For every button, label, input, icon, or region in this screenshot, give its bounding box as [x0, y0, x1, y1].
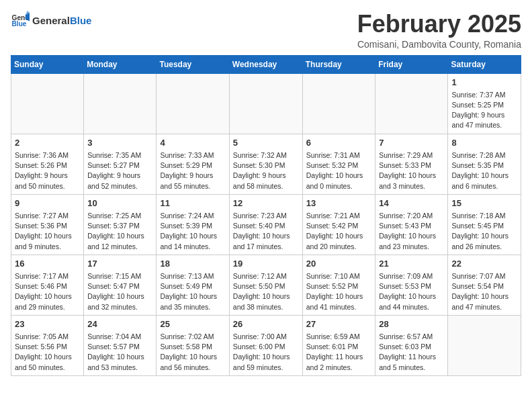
calendar-cell: 17Sunrise: 7:15 AM Sunset: 5:47 PM Dayli… — [84, 255, 157, 315]
weekday-header-wednesday: Wednesday — [229, 55, 302, 73]
calendar-cell: 26Sunrise: 7:00 AM Sunset: 6:00 PM Dayli… — [229, 315, 302, 375]
weekday-header-tuesday: Tuesday — [157, 55, 229, 73]
day-number: 8 — [451, 137, 517, 149]
calendar-cell: 22Sunrise: 7:07 AM Sunset: 5:54 PM Dayli… — [448, 255, 521, 315]
calendar-cell: 27Sunrise: 6:59 AM Sunset: 6:01 PM Dayli… — [302, 315, 375, 375]
day-info: Sunrise: 7:27 AM Sunset: 5:36 PM Dayligh… — [15, 211, 80, 252]
weekday-header-friday: Friday — [375, 55, 448, 73]
day-number: 21 — [379, 258, 444, 270]
day-number: 11 — [160, 197, 225, 210]
logo-general: General — [32, 15, 70, 26]
calendar-cell: 25Sunrise: 7:02 AM Sunset: 5:58 PM Dayli… — [157, 315, 229, 375]
day-number: 7 — [379, 137, 444, 149]
day-number: 22 — [451, 258, 517, 270]
week-row-1: 1Sunrise: 7:37 AM Sunset: 5:25 PM Daylig… — [11, 73, 521, 134]
calendar-cell: 21Sunrise: 7:09 AM Sunset: 5:53 PM Dayli… — [375, 255, 448, 315]
title-block: February 2025 Comisani, Dambovita County… — [357, 11, 521, 50]
month-title: February 2025 — [357, 11, 521, 38]
weekday-header-sunday: Sunday — [11, 55, 84, 73]
day-info: Sunrise: 7:12 AM Sunset: 5:50 PM Dayligh… — [233, 271, 299, 312]
day-info: Sunrise: 7:37 AM Sunset: 5:25 PM Dayligh… — [451, 90, 517, 131]
calendar-cell: 18Sunrise: 7:13 AM Sunset: 5:49 PM Dayli… — [157, 255, 229, 315]
day-info: Sunrise: 7:05 AM Sunset: 5:56 PM Dayligh… — [15, 332, 80, 373]
day-info: Sunrise: 7:24 AM Sunset: 5:39 PM Dayligh… — [160, 211, 225, 252]
day-info: Sunrise: 7:28 AM Sunset: 5:35 PM Dayligh… — [451, 150, 517, 191]
weekday-header-thursday: Thursday — [302, 55, 375, 73]
calendar-cell — [157, 73, 229, 134]
calendar-cell: 12Sunrise: 7:23 AM Sunset: 5:40 PM Dayli… — [229, 194, 302, 255]
calendar-cell: 2Sunrise: 7:36 AM Sunset: 5:26 PM Daylig… — [11, 134, 84, 194]
day-number: 2 — [15, 137, 80, 149]
logo: General Blue GeneralBlue — [11, 11, 91, 30]
week-row-3: 9Sunrise: 7:27 AM Sunset: 5:36 PM Daylig… — [11, 194, 521, 255]
week-row-2: 2Sunrise: 7:36 AM Sunset: 5:26 PM Daylig… — [11, 134, 521, 194]
calendar-cell: 16Sunrise: 7:17 AM Sunset: 5:46 PM Dayli… — [11, 255, 84, 315]
calendar-cell: 9Sunrise: 7:27 AM Sunset: 5:36 PM Daylig… — [11, 194, 84, 255]
weekday-header-monday: Monday — [84, 55, 157, 73]
calendar-cell: 20Sunrise: 7:10 AM Sunset: 5:52 PM Dayli… — [302, 255, 375, 315]
day-number: 24 — [87, 318, 152, 330]
day-number: 1 — [451, 77, 517, 89]
calendar-cell — [11, 73, 84, 134]
day-info: Sunrise: 7:33 AM Sunset: 5:29 PM Dayligh… — [160, 150, 225, 191]
day-number: 23 — [15, 318, 80, 330]
day-number: 16 — [15, 258, 80, 270]
day-info: Sunrise: 7:13 AM Sunset: 5:49 PM Dayligh… — [160, 271, 225, 312]
day-number: 15 — [451, 197, 517, 210]
day-info: Sunrise: 7:09 AM Sunset: 5:53 PM Dayligh… — [379, 271, 444, 312]
calendar-cell: 4Sunrise: 7:33 AM Sunset: 5:29 PM Daylig… — [157, 134, 229, 194]
day-info: Sunrise: 6:59 AM Sunset: 6:01 PM Dayligh… — [306, 332, 372, 373]
day-number: 3 — [87, 137, 152, 149]
day-number: 9 — [15, 197, 80, 210]
calendar-cell — [229, 73, 302, 134]
day-number: 19 — [233, 258, 299, 270]
day-number: 18 — [160, 258, 225, 270]
day-number: 14 — [379, 197, 444, 210]
calendar-cell — [84, 73, 157, 134]
calendar-cell: 3Sunrise: 7:35 AM Sunset: 5:27 PM Daylig… — [84, 134, 157, 194]
week-row-4: 16Sunrise: 7:17 AM Sunset: 5:46 PM Dayli… — [11, 255, 521, 315]
day-info: Sunrise: 7:35 AM Sunset: 5:27 PM Dayligh… — [87, 150, 152, 191]
calendar-cell — [302, 73, 375, 134]
weekday-header-row: SundayMondayTuesdayWednesdayThursdayFrid… — [11, 55, 521, 73]
calendar-cell: 10Sunrise: 7:25 AM Sunset: 5:37 PM Dayli… — [84, 194, 157, 255]
logo-blue: Blue — [70, 15, 92, 26]
calendar-cell: 11Sunrise: 7:24 AM Sunset: 5:39 PM Dayli… — [157, 194, 229, 255]
day-number: 6 — [306, 137, 372, 149]
calendar-cell: 15Sunrise: 7:18 AM Sunset: 5:45 PM Dayli… — [448, 194, 521, 255]
day-info: Sunrise: 7:31 AM Sunset: 5:32 PM Dayligh… — [306, 150, 372, 191]
day-number: 13 — [306, 197, 372, 210]
day-number: 26 — [233, 318, 299, 330]
day-info: Sunrise: 7:29 AM Sunset: 5:33 PM Dayligh… — [379, 150, 444, 191]
calendar-cell: 19Sunrise: 7:12 AM Sunset: 5:50 PM Dayli… — [229, 255, 302, 315]
day-info: Sunrise: 7:36 AM Sunset: 5:26 PM Dayligh… — [15, 150, 80, 191]
day-number: 12 — [233, 197, 299, 210]
calendar-cell: 13Sunrise: 7:21 AM Sunset: 5:42 PM Dayli… — [302, 194, 375, 255]
day-info: Sunrise: 7:17 AM Sunset: 5:46 PM Dayligh… — [15, 271, 80, 312]
weekday-header-saturday: Saturday — [448, 55, 521, 73]
day-info: Sunrise: 7:18 AM Sunset: 5:45 PM Dayligh… — [451, 211, 517, 252]
calendar-cell: 24Sunrise: 7:04 AM Sunset: 5:57 PM Dayli… — [84, 315, 157, 375]
calendar-cell: 1Sunrise: 7:37 AM Sunset: 5:25 PM Daylig… — [448, 73, 521, 134]
day-info: Sunrise: 7:32 AM Sunset: 5:30 PM Dayligh… — [233, 150, 299, 191]
day-info: Sunrise: 7:15 AM Sunset: 5:47 PM Dayligh… — [87, 271, 152, 312]
day-number: 17 — [87, 258, 152, 270]
day-number: 20 — [306, 258, 372, 270]
day-info: Sunrise: 7:02 AM Sunset: 5:58 PM Dayligh… — [160, 332, 225, 373]
page-header: General Blue GeneralBlue February 2025 C… — [11, 11, 521, 50]
calendar-cell: 14Sunrise: 7:20 AM Sunset: 5:43 PM Dayli… — [375, 194, 448, 255]
calendar-cell: 8Sunrise: 7:28 AM Sunset: 5:35 PM Daylig… — [448, 134, 521, 194]
calendar-cell — [375, 73, 448, 134]
svg-text:Blue: Blue — [12, 20, 27, 28]
day-number: 4 — [160, 137, 225, 149]
day-number: 25 — [160, 318, 225, 330]
day-info: Sunrise: 7:00 AM Sunset: 6:00 PM Dayligh… — [233, 332, 299, 373]
logo-icon: General Blue — [11, 11, 30, 30]
day-info: Sunrise: 7:20 AM Sunset: 5:43 PM Dayligh… — [379, 211, 444, 252]
calendar-cell: 5Sunrise: 7:32 AM Sunset: 5:30 PM Daylig… — [229, 134, 302, 194]
day-info: Sunrise: 7:07 AM Sunset: 5:54 PM Dayligh… — [451, 271, 517, 312]
day-number: 27 — [306, 318, 372, 330]
day-info: Sunrise: 7:21 AM Sunset: 5:42 PM Dayligh… — [306, 211, 372, 252]
calendar-table: SundayMondayTuesdayWednesdayThursdayFrid… — [11, 55, 521, 376]
calendar-cell — [448, 315, 521, 375]
